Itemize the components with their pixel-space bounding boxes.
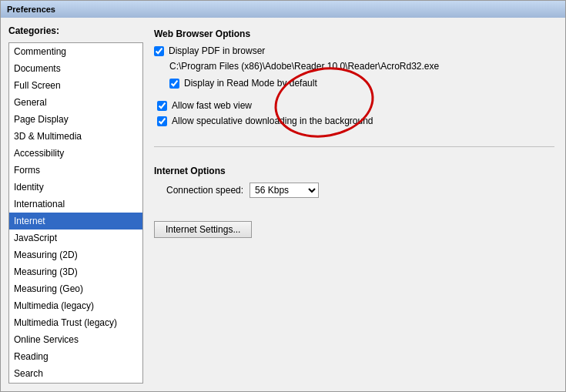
sidebar-item-measuring-2d[interactable]: Measuring (2D) — [9, 246, 142, 263]
fast-web-row: Allow fast web view — [154, 100, 554, 111]
sidebar-item-identity[interactable]: Identity — [9, 179, 142, 196]
display-pdf-checkbox[interactable] — [154, 46, 164, 56]
fast-web-label: Allow fast web view — [172, 100, 252, 111]
sidebar-item-javascript[interactable]: JavaScript — [9, 230, 142, 246]
sidebar-item-measuring-3d[interactable]: Measuring (3D) — [9, 263, 142, 280]
internet-settings-container: Internet Settings... — [154, 221, 554, 238]
categories-label: Categories: — [8, 25, 143, 36]
internet-options-section: Internet Options Connection speed: 14.4 … — [154, 166, 554, 238]
web-browser-section-title: Web Browser Options — [154, 28, 554, 39]
preferences-window: Preferences Categories: Commenting Docum… — [0, 0, 566, 392]
sidebar-item-commenting[interactable]: Commenting — [9, 43, 142, 60]
content-area: Categories: Commenting Documents Full Sc… — [1, 18, 565, 391]
sidebar-item-measuring-geo[interactable]: Measuring (Geo) — [9, 280, 142, 297]
window-title: Preferences — [7, 5, 55, 14]
speculative-row: Allow speculative downloading in the bac… — [154, 116, 554, 126]
left-panel: Categories: Commenting Documents Full Sc… — [8, 25, 143, 384]
sidebar-item-international[interactable]: International — [9, 196, 142, 213]
sidebar-item-full-screen[interactable]: Full Screen — [9, 77, 142, 94]
sidebar-item-page-display[interactable]: Page Display — [9, 111, 142, 128]
sidebar-item-3d-multimedia[interactable]: 3D & Multimedia — [9, 128, 142, 145]
sidebar-item-reading[interactable]: Reading — [9, 348, 142, 365]
sidebar-item-search[interactable]: Search — [9, 365, 142, 382]
sidebar-item-forms[interactable]: Forms — [9, 162, 142, 179]
title-bar: Preferences — [1, 1, 565, 18]
right-panel: Web Browser Options Display PDF in brows… — [151, 25, 558, 384]
section-divider — [154, 146, 554, 147]
sidebar-item-online-services[interactable]: Online Services — [9, 331, 142, 348]
web-browser-section: Web Browser Options Display PDF in brows… — [154, 28, 554, 131]
read-mode-label: Display in Read Mode by default — [184, 78, 317, 89]
speculative-checkbox[interactable] — [157, 116, 167, 126]
sidebar-item-multimedia-legacy[interactable]: Multimedia (legacy) — [9, 297, 142, 314]
sidebar-item-internet[interactable]: Internet — [9, 213, 142, 230]
read-mode-checkbox[interactable] — [169, 79, 179, 89]
filepath-row: C:\Program Files (x86)\Adobe\Reader 10.0… — [154, 61, 554, 72]
sidebar-item-multimedia-trust[interactable]: Multimedia Trust (legacy) — [9, 314, 142, 331]
category-list: Commenting Documents Full Screen General… — [8, 42, 143, 384]
read-mode-row: Display in Read Mode by default — [154, 78, 554, 89]
connection-speed-row: Connection speed: 14.4 Kbps 28.8 Kbps 56… — [154, 183, 554, 198]
connection-speed-label: Connection speed: — [166, 185, 243, 196]
display-pdf-row: Display PDF in browser — [154, 45, 554, 56]
speculative-label: Allow speculative downloading in the bac… — [172, 116, 373, 126]
internet-settings-button[interactable]: Internet Settings... — [154, 221, 252, 238]
sidebar-item-documents[interactable]: Documents — [9, 60, 142, 77]
internet-options-title: Internet Options — [154, 166, 554, 176]
display-pdf-label: Display PDF in browser — [169, 45, 265, 56]
sidebar-item-general[interactable]: General — [9, 94, 142, 111]
connection-speed-select[interactable]: 14.4 Kbps 28.8 Kbps 56 Kbps 128 Kbps 256… — [250, 183, 319, 198]
sidebar-item-security[interactable]: Security — [9, 382, 142, 384]
fast-web-checkbox[interactable] — [157, 101, 167, 111]
sidebar-item-accessibility[interactable]: Accessibility — [9, 145, 142, 162]
filepath-text: C:\Program Files (x86)\Adobe\Reader 10.0… — [169, 61, 439, 72]
